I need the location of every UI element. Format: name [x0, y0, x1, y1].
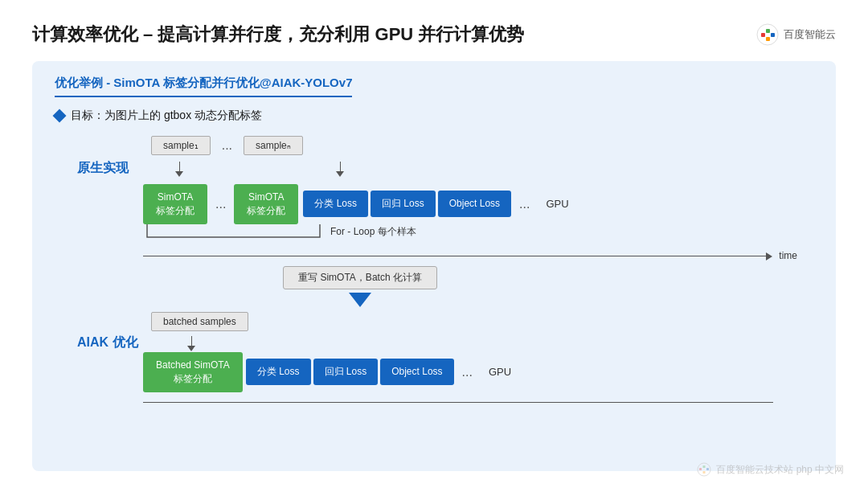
gpu-label-orig: GPU	[546, 198, 568, 210]
content-box: 优化举例 - SimOTA 标签分配并行优化@AIAK-YOLOv7 目标：为图…	[32, 61, 836, 471]
time-row: time	[143, 250, 797, 261]
svg-rect-3	[771, 33, 775, 37]
dots-mid-1: ...	[207, 197, 234, 211]
svg-rect-8	[706, 468, 709, 470]
dots-end: ...	[511, 197, 538, 211]
svg-rect-6	[699, 468, 702, 470]
regression-loss-box: 回归 Loss	[371, 191, 436, 217]
svg-rect-9	[703, 471, 706, 474]
logo-icon	[756, 23, 779, 46]
logo-text: 百度智能云	[784, 27, 836, 42]
svg-rect-7	[703, 465, 706, 468]
objective-row: 目标：为图片上的 gtbox 动态分配标签	[55, 109, 813, 123]
watermark-icon	[697, 462, 711, 477]
batched-samples-box: batched samples	[151, 312, 248, 331]
for-loop-text: For - Loop 每个样本	[330, 225, 416, 239]
object-loss-box-orig: Object Loss	[438, 191, 511, 217]
diamond-icon	[53, 109, 67, 123]
svg-rect-1	[761, 33, 765, 37]
aiak-regression-loss-box: 回归 Loss	[313, 359, 379, 385]
original-section-label: 原生实现	[77, 160, 129, 177]
classify-loss-box: 分类 Loss	[303, 191, 368, 217]
svg-rect-4	[766, 37, 770, 41]
logo-area: 百度智能云	[756, 23, 836, 46]
original-process-row: SimOTA 标签分配 ... SimOTA 标签分配 分类 Loss 回归 L…	[143, 184, 797, 224]
batched-simota-box: Batched SimOTA 标签分配	[143, 352, 243, 392]
subtitle: 优化举例 - SimOTA 标签分配并行优化@AIAK-YOLOv7	[55, 76, 352, 97]
sampleN-box: sampleₙ	[244, 136, 303, 155]
objective-text: 目标：为图片上的 gtbox 动态分配标签	[71, 109, 262, 123]
sample1-box: sample₁	[151, 136, 211, 155]
rewrite-arrow	[349, 293, 371, 307]
svg-point-0	[757, 24, 778, 45]
time-line	[143, 256, 768, 256]
aiak-classify-loss-box: 分类 Loss	[246, 359, 311, 385]
aiak-section-label: AIAK 优化	[77, 334, 138, 351]
for-loop-bracket	[143, 223, 324, 240]
aiak-dots-end: ...	[454, 365, 481, 379]
main-title: 计算效率优化 – 提高计算并行度，充分利用 GPU 并行计算优势	[32, 23, 524, 47]
slide: 计算效率优化 – 提高计算并行度，充分利用 GPU 并行计算优势 百度智能云 优…	[0, 0, 868, 488]
simota-box-2: SimOTA 标签分配	[234, 184, 298, 224]
time-label: time	[779, 250, 797, 261]
watermark: 百度智能云技术站 php 中文网	[697, 462, 844, 477]
header: 计算效率优化 – 提高计算并行度，充分利用 GPU 并行计算优势 百度智能云	[32, 23, 836, 47]
watermark-text: 百度智能云技术站 php 中文网	[716, 463, 844, 477]
object-loss-box-aiak: Object Loss	[380, 359, 453, 385]
dots1: ...	[211, 138, 244, 153]
aiak-process-row: Batched SimOTA 标签分配 分类 Loss 回归 Loss Obje…	[143, 352, 797, 392]
svg-rect-2	[766, 29, 770, 33]
gpu-label-aiak: GPU	[489, 366, 511, 378]
rewrite-box: 重写 SimOTA，Batch 化计算	[283, 266, 437, 289]
simota-box-1: SimOTA 标签分配	[143, 184, 207, 224]
